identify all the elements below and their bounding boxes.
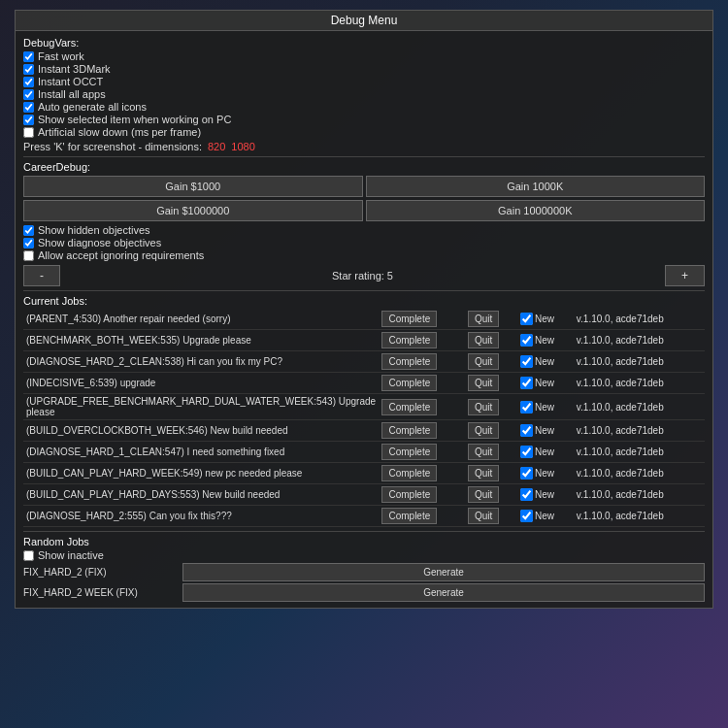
auto-gen-checkbox[interactable] (23, 102, 34, 113)
job-version: v.1.10.0, acde71deb (574, 484, 705, 506)
job-version: v.1.10.0, acde71deb (574, 420, 705, 442)
debugvars-section: DebugVars: Fast work Instant 3DMark Inst… (23, 37, 705, 152)
new-label: New (535, 425, 554, 436)
new-label: New (535, 356, 554, 367)
artificial-slow-row: Artificial slow down (ms per frame) (23, 126, 705, 138)
new-checkbox[interactable] (520, 446, 533, 458)
complete-button[interactable]: Complete (381, 422, 437, 439)
complete-button[interactable]: Complete (381, 508, 437, 524)
show-selected-row: Show selected item when working on PC (23, 114, 705, 125)
quit-button[interactable]: Quit (468, 465, 499, 481)
complete-button[interactable]: Complete (381, 353, 437, 370)
new-checkbox[interactable] (520, 510, 533, 522)
job-desc: (DIAGNOSE_HARD_2_CLEAN:538) Hi can you f… (23, 351, 379, 373)
complete-button[interactable]: Complete (381, 332, 437, 348)
star-plus-button[interactable]: + (665, 265, 705, 286)
artificial-slow-checkbox[interactable] (23, 127, 34, 138)
quit-button[interactable]: Quit (468, 311, 499, 327)
complete-button[interactable]: Complete (381, 399, 437, 415)
new-label: New (535, 447, 554, 457)
new-status-cell: New (517, 394, 574, 420)
fix-hard-2-generate-button[interactable]: Generate (182, 563, 705, 581)
auto-gen-label: Auto generate all icons (38, 101, 147, 113)
quit-button[interactable]: Quit (468, 375, 499, 391)
job-version: v.1.10.0, acde71deb (574, 394, 705, 420)
complete-button[interactable]: Complete (381, 486, 437, 503)
auto-gen-row: Auto generate all icons (23, 101, 705, 113)
table-row: (BUILD_OVERCLOCKBOTH_WEEK:546) New build… (23, 420, 705, 442)
new-checkbox[interactable] (520, 334, 533, 347)
instant-3dmark-checkbox[interactable] (23, 64, 34, 75)
job-desc: (BUILD_CAN_PLAY_HARD_DAYS:553) New build… (23, 484, 379, 506)
new-status-cell: New (517, 309, 574, 330)
job-version: v.1.10.0, acde71deb (574, 463, 705, 484)
fix-hard-2-week-generate-button[interactable]: Generate (182, 583, 705, 602)
dim1-value: 820 (208, 141, 225, 152)
complete-button[interactable]: Complete (381, 311, 437, 327)
screenshot-label: Press 'K' for screenshot - dimensions: (23, 141, 202, 152)
quit-button[interactable]: Quit (468, 444, 499, 460)
quit-button[interactable]: Quit (468, 486, 499, 503)
show-diagnose-checkbox[interactable] (23, 238, 34, 248)
new-checkbox[interactable] (520, 424, 533, 437)
gain-1000000-button[interactable]: Gain $1000000 (23, 200, 363, 221)
complete-button[interactable]: Complete (381, 465, 437, 481)
show-selected-checkbox[interactable] (23, 115, 34, 125)
new-label: New (535, 402, 554, 413)
gain-1000k-button[interactable]: Gain 1000K (366, 176, 706, 197)
fix-hard-2-week-row: FIX_HARD_2 WEEK (FIX) Generate (23, 583, 705, 602)
quit-button[interactable]: Quit (468, 399, 499, 415)
job-desc: (BENCHMARK_BOTH_WEEK:535) Upgrade please (23, 330, 379, 351)
random-jobs-section: Random Jobs Show inactive FIX_HARD_2 (FI… (23, 536, 705, 602)
allow-accept-checkbox[interactable] (23, 250, 34, 261)
table-row: (PARENT_4:530) Another repair needed (so… (23, 309, 705, 330)
screenshot-row: Press 'K' for screenshot - dimensions: 8… (23, 141, 705, 152)
show-inactive-row: Show inactive (23, 549, 705, 561)
table-row: (DIAGNOSE_HARD_2:555) Can you fix this??… (23, 506, 705, 527)
show-inactive-checkbox[interactable] (23, 550, 34, 561)
table-row: (BUILD_CAN_PLAY_HARD_DAYS:553) New build… (23, 484, 705, 506)
show-inactive-label: Show inactive (38, 549, 104, 561)
install-apps-label: Install all apps (38, 88, 106, 100)
new-status-cell: New (517, 506, 574, 527)
new-checkbox[interactable] (520, 355, 533, 368)
table-row: (DIAGNOSE_HARD_2_CLEAN:538) Hi can you f… (23, 351, 705, 373)
random-jobs-label: Random Jobs (23, 536, 705, 547)
new-checkbox[interactable] (520, 401, 533, 414)
install-apps-checkbox[interactable] (23, 89, 34, 100)
table-row: (UPGRADE_FREE_BENCHMARK_HARD_DUAL_WATER_… (23, 394, 705, 420)
fast-work-checkbox[interactable] (23, 51, 34, 62)
complete-button[interactable]: Complete (381, 375, 437, 391)
show-hidden-checkbox[interactable] (23, 225, 34, 236)
debug-window: Debug Menu DebugVars: Fast work Instant … (15, 10, 713, 609)
job-desc: (PARENT_4:530) Another repair needed (so… (23, 309, 379, 330)
new-checkbox[interactable] (520, 488, 533, 501)
quit-button[interactable]: Quit (468, 353, 499, 370)
new-checkbox[interactable] (520, 377, 533, 389)
artificial-slow-label: Artificial slow down (ms per frame) (38, 126, 201, 138)
table-row: (DIAGNOSE_HARD_1_CLEAN:547) I need somet… (23, 442, 705, 463)
complete-button[interactable]: Complete (381, 444, 437, 460)
debugvars-label: DebugVars: (23, 37, 705, 49)
allow-accept-row: Allow accept ignoring requirements (23, 249, 705, 261)
gain-1000000k-button[interactable]: Gain 1000000K (366, 200, 706, 221)
new-checkbox[interactable] (520, 313, 533, 325)
show-selected-label: Show selected item when working on PC (38, 114, 231, 125)
install-apps-row: Install all apps (23, 88, 705, 100)
career-buttons-grid: Gain $1000 Gain 1000K Gain $1000000 Gain… (23, 176, 705, 221)
job-desc: (DIAGNOSE_HARD_2:555) Can you fix this??… (23, 506, 379, 527)
new-status-cell: New (517, 484, 574, 506)
show-hidden-row: Show hidden objectives (23, 224, 705, 236)
fast-work-label: Fast work (38, 50, 84, 62)
dim2-value: 1080 (231, 141, 254, 152)
instant-occt-checkbox[interactable] (23, 77, 34, 87)
gain-1000-button[interactable]: Gain $1000 (23, 176, 363, 197)
quit-button[interactable]: Quit (468, 332, 499, 348)
quit-button[interactable]: Quit (468, 422, 499, 439)
new-label: New (535, 314, 554, 324)
new-status-cell: New (517, 330, 574, 351)
new-label: New (535, 335, 554, 346)
quit-button[interactable]: Quit (468, 508, 499, 524)
new-checkbox[interactable] (520, 467, 533, 480)
star-minus-button[interactable]: - (23, 265, 60, 286)
